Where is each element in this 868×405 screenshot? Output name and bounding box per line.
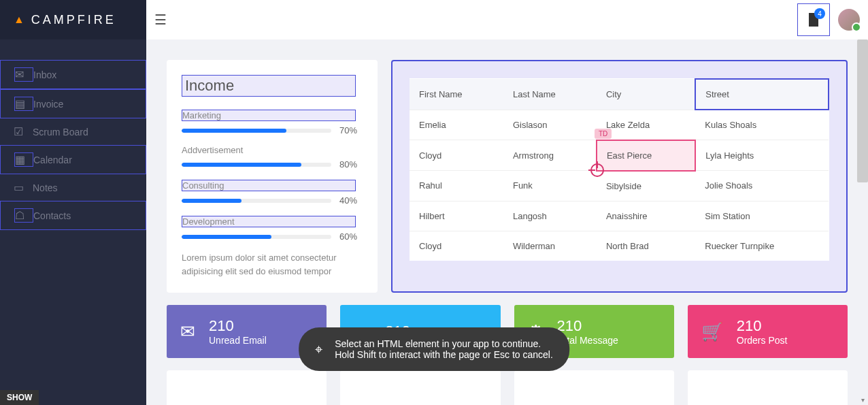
notes-icon: ▭ bbox=[14, 181, 33, 194]
progress-label: Marketing bbox=[182, 110, 356, 121]
table-row[interactable]: RahulFunkSibylsideJolie Shoals bbox=[410, 171, 829, 201]
table-row[interactable]: CloydArmstrongEast PierceTDLyla Heights bbox=[410, 140, 829, 171]
table-row[interactable]: HilbertLangoshAnaisshireSim Station bbox=[410, 201, 829, 231]
table-cell: North Brad bbox=[597, 231, 695, 261]
sidebar-item-invoice[interactable]: ▤Invoice bbox=[0, 89, 146, 118]
notification-button[interactable]: 4 bbox=[797, 3, 830, 36]
table-cell: Sibylside bbox=[597, 171, 695, 201]
progress-label: Consulting bbox=[182, 180, 356, 191]
logo: ▲ CAMPFIRE bbox=[0, 0, 146, 39]
table-header[interactable]: City bbox=[597, 79, 695, 110]
toast-line2: Hold Shift to interact with the page or … bbox=[335, 349, 553, 360]
table-header[interactable]: First Name bbox=[410, 79, 503, 110]
table-card: First NameLast NameCityStreet EmeliaGisl… bbox=[391, 60, 848, 293]
progress-track bbox=[182, 129, 331, 133]
inspector-toast: ⌖ Select an HTML element in your app to … bbox=[299, 327, 569, 371]
table-row[interactable]: EmeliaGislasonLake ZeldaKulas Shoals bbox=[410, 110, 829, 140]
stat-card[interactable]: 🛒210Orders Post bbox=[688, 305, 848, 358]
progress-track bbox=[182, 163, 331, 167]
income-mini-card bbox=[688, 370, 848, 405]
calendar-icon: ▦ bbox=[14, 152, 33, 167]
progress-track bbox=[182, 235, 331, 239]
progress-pct: 60% bbox=[339, 231, 363, 242]
income-title: Income bbox=[182, 75, 356, 97]
sidebar-item-label: Scrum Board bbox=[33, 127, 88, 137]
income-mini-card bbox=[514, 370, 674, 405]
table-cell: Cloyd bbox=[410, 140, 503, 171]
brand-text: CAMPFIRE bbox=[31, 13, 116, 27]
avatar[interactable] bbox=[838, 9, 860, 31]
scroll-down-icon[interactable]: ▾ bbox=[857, 394, 868, 405]
table-cell: Langosh bbox=[503, 201, 597, 231]
progress-pct: 80% bbox=[339, 159, 363, 169]
target-icon: ⌖ bbox=[315, 342, 322, 357]
sidebar-item-label: Inbox bbox=[33, 69, 56, 80]
table-cell: Funk bbox=[503, 171, 597, 201]
sidebar-item-calendar[interactable]: ▦Calendar bbox=[0, 145, 146, 174]
flame-icon: ▲ bbox=[14, 14, 27, 26]
sidebar-item-inbox[interactable]: ✉Inbox bbox=[0, 60, 146, 89]
sidebar-item-contacts[interactable]: ☖Contacts bbox=[0, 201, 146, 230]
check-icon: ☑ bbox=[14, 125, 33, 138]
income-mini-card bbox=[340, 370, 500, 405]
table-cell: Emelia bbox=[410, 110, 503, 140]
table-header[interactable]: Last Name bbox=[503, 79, 597, 110]
invoice-icon: ▤ bbox=[14, 97, 33, 111]
table-cell: Lyla Heights bbox=[695, 140, 829, 171]
progress-pct: 40% bbox=[339, 195, 363, 206]
sidebar-item-label: Invoice bbox=[33, 99, 63, 110]
sidebar: ▲ CAMPFIRE ✉Inbox ▤Invoice ☑Scrum Board … bbox=[0, 0, 146, 405]
income-mini-card bbox=[167, 370, 327, 405]
stat-label: Unread Email bbox=[209, 335, 267, 346]
crosshair-icon bbox=[590, 163, 604, 177]
stat-number: 210 bbox=[209, 317, 267, 335]
scrollbar[interactable] bbox=[857, 39, 868, 182]
table-cell: Kulas Shoals bbox=[695, 110, 829, 140]
sidebar-item-notes[interactable]: ▭Notes bbox=[0, 174, 146, 201]
table-cell: Wilderman bbox=[503, 231, 597, 261]
stat-icon: 🛒 bbox=[701, 321, 723, 342]
show-button[interactable]: SHOW bbox=[0, 390, 39, 405]
stat-number: 210 bbox=[557, 317, 618, 335]
table-cell: Hilbert bbox=[410, 201, 503, 231]
progress-label: Development bbox=[182, 216, 356, 227]
toast-line1: Select an HTML element in your app to co… bbox=[335, 338, 553, 349]
menu-toggle-icon[interactable]: ☰ bbox=[154, 12, 167, 28]
table-row[interactable]: CloydWildermanNorth BradRuecker Turnpike bbox=[410, 231, 829, 261]
income-card: Income Marketing70%Addvertisement80%Cons… bbox=[167, 60, 378, 293]
sidebar-item-label: Calendar bbox=[33, 155, 72, 165]
topbar: ☰ 4 bbox=[146, 0, 868, 39]
progress-track bbox=[182, 199, 331, 203]
selection-tag: TD bbox=[595, 129, 612, 139]
table-cell: Gislason bbox=[503, 110, 597, 140]
sidebar-item-scrum[interactable]: ☑Scrum Board bbox=[0, 118, 146, 145]
data-table: First NameLast NameCityStreet EmeliaGisl… bbox=[410, 78, 829, 261]
table-cell: Anaisshire bbox=[597, 201, 695, 231]
table-cell: Sim Station bbox=[695, 201, 829, 231]
progress-label: Addvertisement bbox=[182, 145, 363, 155]
table-cell: Rahul bbox=[410, 171, 503, 201]
table-cell: Ruecker Turnpike bbox=[695, 231, 829, 261]
mail-icon: ✉ bbox=[14, 67, 33, 82]
notification-badge: 4 bbox=[814, 8, 825, 19]
table-cell: Cloyd bbox=[410, 231, 503, 261]
table-cell: Armstrong bbox=[503, 140, 597, 171]
sidebar-item-label: Notes bbox=[33, 182, 58, 193]
income-description: Lorem ipsum dolor sit amet consectetur a… bbox=[182, 251, 363, 278]
nav: ✉Inbox ▤Invoice ☑Scrum Board ▦Calendar ▭… bbox=[0, 39, 146, 230]
sidebar-item-label: Contacts bbox=[33, 210, 71, 221]
table-cell: East PierceTD bbox=[597, 140, 695, 171]
stat-icon: ✉ bbox=[180, 321, 195, 342]
contacts-icon: ☖ bbox=[14, 208, 33, 223]
progress-pct: 70% bbox=[339, 125, 363, 135]
stat-label: Orders Post bbox=[737, 335, 788, 346]
stat-number: 210 bbox=[737, 317, 788, 335]
table-header[interactable]: Street bbox=[695, 79, 829, 110]
table-cell: Jolie Shoals bbox=[695, 171, 829, 201]
